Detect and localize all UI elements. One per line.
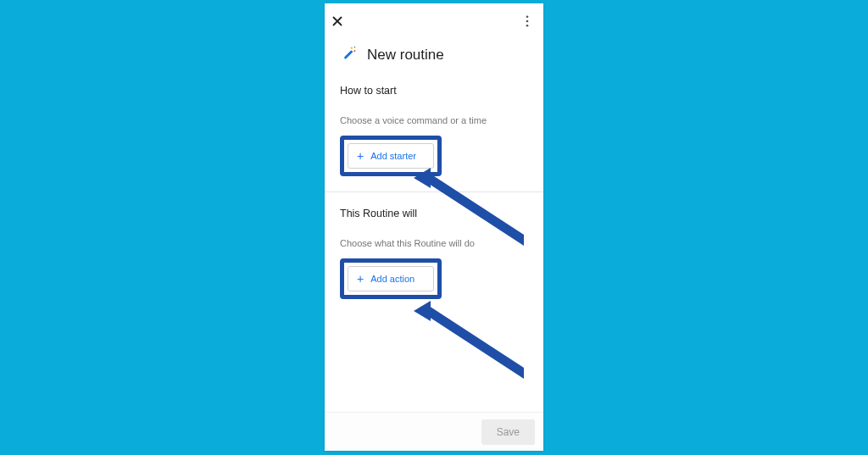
plus-icon: + xyxy=(357,150,364,162)
annotation-frame-starter: + Add starter xyxy=(340,136,442,176)
screen-footer: Save xyxy=(325,412,543,451)
svg-rect-3 xyxy=(344,50,353,59)
annotation-frame-action: + Add action xyxy=(340,258,442,299)
page-title: New routine xyxy=(367,47,444,64)
new-routine-screen: New routine How to start Choose a voice … xyxy=(325,3,543,451)
routine-will-hint: Choose what this Routine will do xyxy=(340,238,528,248)
page-title-row: New routine xyxy=(325,39,543,69)
magic-wand-icon xyxy=(340,44,359,66)
svg-point-6 xyxy=(354,47,356,48)
svg-point-1 xyxy=(526,20,529,23)
svg-point-0 xyxy=(526,15,529,18)
more-vertical-icon[interactable] xyxy=(520,14,535,29)
add-starter-label: Add starter xyxy=(370,151,416,161)
add-action-button[interactable]: + Add action xyxy=(348,266,434,291)
add-action-label: Add action xyxy=(370,274,415,284)
section-divider xyxy=(325,191,543,192)
screen-header xyxy=(325,3,543,39)
how-to-start-hint: Choose a voice command or a time xyxy=(340,115,528,125)
svg-point-5 xyxy=(353,50,355,52)
add-starter-button[interactable]: + Add starter xyxy=(348,143,434,169)
svg-point-4 xyxy=(351,47,353,48)
save-button[interactable]: Save xyxy=(481,419,535,445)
how-to-start-heading: How to start xyxy=(340,85,528,97)
close-icon[interactable] xyxy=(330,14,345,29)
routine-will-heading: This Routine will xyxy=(340,208,528,219)
svg-point-2 xyxy=(526,25,529,27)
screen-body: How to start Choose a voice command or a… xyxy=(325,69,543,412)
plus-icon: + xyxy=(357,273,364,285)
